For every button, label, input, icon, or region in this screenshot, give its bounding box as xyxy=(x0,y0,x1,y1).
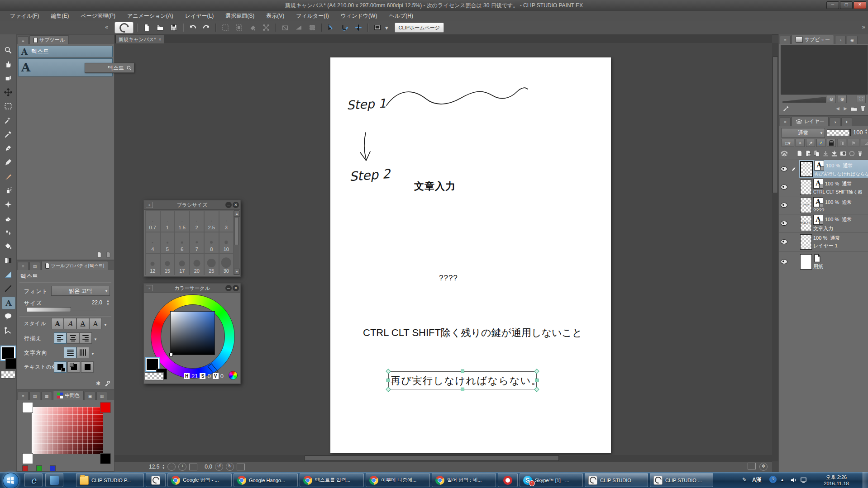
canvas-page[interactable]: Step 1 Step 2 文章入力 ???? CTRL CLT SHIFT除く… xyxy=(330,57,611,453)
open-folder-icon[interactable] xyxy=(850,105,858,112)
subview-preview[interactable] xyxy=(781,45,868,95)
taskbar-button-chrome-1[interactable]: Google 번역 - ... xyxy=(167,473,232,487)
brush-size-cell[interactable]: 2.5 xyxy=(204,210,219,232)
hand-shortcut-icon[interactable]: ✥ xyxy=(759,463,768,471)
opacity-value[interactable]: 100 xyxy=(853,129,863,136)
subview-eyedropper-icon[interactable] xyxy=(782,105,790,112)
prev-image-icon[interactable]: ◄ xyxy=(835,105,840,112)
auto-select-tool[interactable] xyxy=(2,114,14,126)
panel-menu-icon[interactable]: ≡ xyxy=(146,285,153,291)
snap-special-ruler-button[interactable] xyxy=(339,23,351,33)
layer-thumbnail[interactable] xyxy=(800,180,812,195)
ruler-range-icon[interactable]: ⊿ xyxy=(861,139,868,147)
resize-handle-nw[interactable] xyxy=(386,369,391,374)
ime-indicator[interactable]: A漢 xyxy=(752,476,762,484)
taskbar-button-chrome-4[interactable]: 아뿌데 나중에... xyxy=(366,473,430,487)
brush-size-cell[interactable]: 8 xyxy=(204,232,219,254)
pen-tool[interactable] xyxy=(2,142,14,154)
brush-size-palette-titlebar[interactable]: ≡ ブラシサイズ ─ ✕ xyxy=(144,200,240,210)
new-layer-icon[interactable] xyxy=(796,150,803,157)
resize-handle-e[interactable] xyxy=(535,379,539,382)
paper-layer-row[interactable]: 用紙 xyxy=(779,251,868,272)
brush-size-cell[interactable]: 5 xyxy=(160,232,175,254)
style-underline-button[interactable]: A xyxy=(76,318,89,329)
mix-gradient-grid[interactable] xyxy=(32,407,103,454)
transparent-color-swatch[interactable] xyxy=(1,371,15,379)
size-slider[interactable] xyxy=(27,307,71,312)
snap-ruler-button[interactable] xyxy=(325,23,337,33)
taskbar-button-clip-studio-1[interactable]: CLIP STUDIO xyxy=(585,473,648,487)
background-color-swatch[interactable] xyxy=(5,358,16,369)
subview-zoom-slider[interactable] xyxy=(782,97,826,103)
palette-minimize-icon[interactable]: ─ xyxy=(225,202,232,208)
color-mode-toggle-icon[interactable] xyxy=(229,371,238,380)
panel-menu-icon[interactable]: ≡ xyxy=(780,118,791,126)
volume-icon[interactable] xyxy=(790,477,797,483)
zoom-out-icon[interactable]: − xyxy=(167,463,176,471)
mix-corner-topleft-swatch[interactable] xyxy=(22,402,33,413)
text-color-main-button[interactable] xyxy=(54,361,67,373)
mix-blue-swatch[interactable] xyxy=(50,465,56,471)
panel-menu-icon[interactable]: ≡ xyxy=(18,392,29,400)
merge-down-icon[interactable] xyxy=(831,150,838,157)
redo-button[interactable] xyxy=(200,23,212,33)
panel-menu-icon[interactable]: ≡ xyxy=(780,36,791,44)
menu-layer[interactable]: レイヤー(L) xyxy=(180,11,219,21)
gradient-tool[interactable] xyxy=(2,255,14,266)
screen-settings-button[interactable] xyxy=(372,23,383,33)
layer-visibility-eye-icon[interactable] xyxy=(779,196,789,214)
start-button[interactable] xyxy=(3,473,19,488)
clip-homepage-button[interactable]: CLIPホームページ xyxy=(395,23,444,33)
fit-to-screen-icon[interactable] xyxy=(189,464,197,470)
blend-tool[interactable] xyxy=(2,227,14,238)
brush-tool[interactable] xyxy=(2,171,14,182)
brush-size-cell[interactable]: 15 xyxy=(160,254,175,275)
subtool-item-text[interactable]: A 텍스트 xyxy=(18,46,113,57)
color-set-tab-icon[interactable]: ▦ xyxy=(41,392,52,400)
layer-thumbnail-setting-icon[interactable]: □▾ xyxy=(782,139,794,147)
style-bold-button[interactable]: A xyxy=(51,318,64,329)
resize-handle-n[interactable] xyxy=(461,370,464,373)
panel-menu-icon[interactable]: ≡ xyxy=(18,262,29,270)
mix-corner-topright-swatch[interactable] xyxy=(100,402,111,413)
layer-row[interactable]: ???? A 100 % 通常 ???? xyxy=(779,196,868,214)
network-icon[interactable] xyxy=(800,477,807,483)
layer-row[interactable]: 100 % 通常 レイヤー 1 xyxy=(779,232,868,251)
collapse-left-panel-icon[interactable]: « xyxy=(105,24,108,30)
trash-icon[interactable] xyxy=(860,105,866,112)
decoration-tool[interactable] xyxy=(2,199,14,210)
mix-red-swatch[interactable] xyxy=(22,465,28,471)
subview-fit-icon[interactable]: ⛶ xyxy=(857,95,866,103)
menu-window[interactable]: ウィンドウ(W) xyxy=(335,11,383,21)
eraser-tool[interactable] xyxy=(2,213,14,224)
align-center-button[interactable] xyxy=(67,332,79,344)
pencil-tool[interactable] xyxy=(2,156,14,168)
selection-tool[interactable] xyxy=(2,100,14,112)
brush-size-cell[interactable]: 7 xyxy=(190,232,205,254)
layer-tab[interactable]: レイヤー xyxy=(792,117,829,126)
taskbar-button-clip-folder[interactable]: CLIP STUDIO P... xyxy=(76,473,144,487)
taskbar-button-skype[interactable]: S Skype™ [1] - ... 1 xyxy=(520,473,583,487)
ime-help-icon[interactable]: ? xyxy=(769,476,777,483)
color-history-tab-icon[interactable]: ▥ xyxy=(96,392,107,400)
menu-file[interactable]: ファイル(F) xyxy=(5,11,44,21)
transfer-down-icon[interactable] xyxy=(822,150,829,157)
size-value[interactable]: 22.0 xyxy=(92,299,102,306)
sv-marker[interactable] xyxy=(169,353,173,356)
clip-studio-logo-button[interactable] xyxy=(114,22,134,33)
eyedropper-tool[interactable] xyxy=(2,128,14,140)
font-dropdown[interactable]: 맑은 고딕▼ xyxy=(51,286,110,296)
zoom-tool[interactable] xyxy=(2,44,14,56)
paper-thumbnail[interactable] xyxy=(800,254,812,270)
lock-icon[interactable] xyxy=(827,139,836,147)
navigator-tab-icon[interactable]: ◔ xyxy=(835,36,846,44)
layer-visibility-eye-icon[interactable] xyxy=(779,214,789,232)
selected-text-object[interactable]: 再び実行しなければならない。 xyxy=(388,371,537,389)
panel-menu-icon[interactable]: ≡ xyxy=(146,202,153,208)
subview-zoom-in-icon[interactable]: ⊕ xyxy=(838,95,847,103)
scroll-up-icon[interactable]: ▲ xyxy=(234,211,240,217)
show-desktop-button[interactable] xyxy=(863,472,868,488)
delete-subtool-icon[interactable] xyxy=(105,251,111,258)
layer-visibility-eye-icon[interactable] xyxy=(779,232,789,251)
panel-menu-icon[interactable]: ≡ xyxy=(18,36,29,44)
